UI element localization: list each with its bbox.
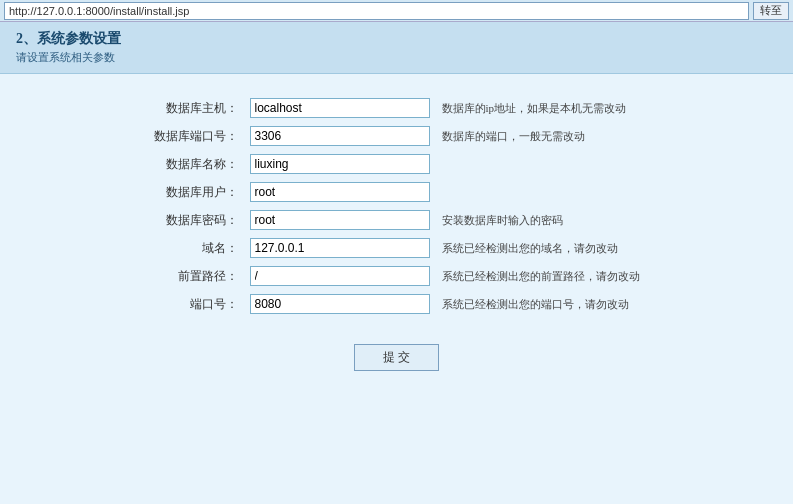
form-grid: 数据库主机：数据库的ip地址，如果是本机无需改动数据库端口号：数据库的端口，一般… <box>154 98 640 314</box>
label-db-host-input: 数据库主机： <box>154 100 238 117</box>
form-area: 数据库主机：数据库的ip地址，如果是本机无需改动数据库端口号：数据库的端口，一般… <box>0 78 793 504</box>
address-bar[interactable] <box>4 2 749 20</box>
page-content: 2、系统参数设置 请设置系统相关参数 数据库主机：数据库的ip地址，如果是本机无… <box>0 22 793 504</box>
go-button[interactable]: 转至 <box>753 2 789 20</box>
db-name-input[interactable] <box>250 154 430 174</box>
label-db-user-input: 数据库用户： <box>154 184 238 201</box>
label-path-input: 前置路径： <box>154 268 238 285</box>
submit-area: 提 交 <box>354 344 439 371</box>
label-db-password-input: 数据库密码： <box>154 212 238 229</box>
label-port-input: 端口号： <box>154 296 238 313</box>
browser-bar: 转至 <box>0 0 793 22</box>
db-password-input[interactable] <box>250 210 430 230</box>
label-domain-input: 域名： <box>154 240 238 257</box>
db-user-input[interactable] <box>250 182 430 202</box>
hint-port-input: 系统已经检测出您的端口号，请勿改动 <box>442 297 640 312</box>
port-input[interactable] <box>250 294 430 314</box>
section-header: 2、系统参数设置 请设置系统相关参数 <box>0 22 793 74</box>
hint-db-password-input: 安装数据库时输入的密码 <box>442 213 640 228</box>
hint-db-host-input: 数据库的ip地址，如果是本机无需改动 <box>442 101 640 116</box>
label-db-port-input: 数据库端口号： <box>154 128 238 145</box>
label-db-name-input: 数据库名称： <box>154 156 238 173</box>
hint-db-port-input: 数据库的端口，一般无需改动 <box>442 129 640 144</box>
submit-button[interactable]: 提 交 <box>354 344 439 371</box>
db-host-input[interactable] <box>250 98 430 118</box>
path-input[interactable] <box>250 266 430 286</box>
db-port-input[interactable] <box>250 126 430 146</box>
hint-path-input: 系统已经检测出您的前置路径，请勿改动 <box>442 269 640 284</box>
hint-domain-input: 系统已经检测出您的域名，请勿改动 <box>442 241 640 256</box>
domain-input[interactable] <box>250 238 430 258</box>
section-subtitle: 请设置系统相关参数 <box>16 50 777 65</box>
section-title: 2、系统参数设置 <box>16 30 777 48</box>
